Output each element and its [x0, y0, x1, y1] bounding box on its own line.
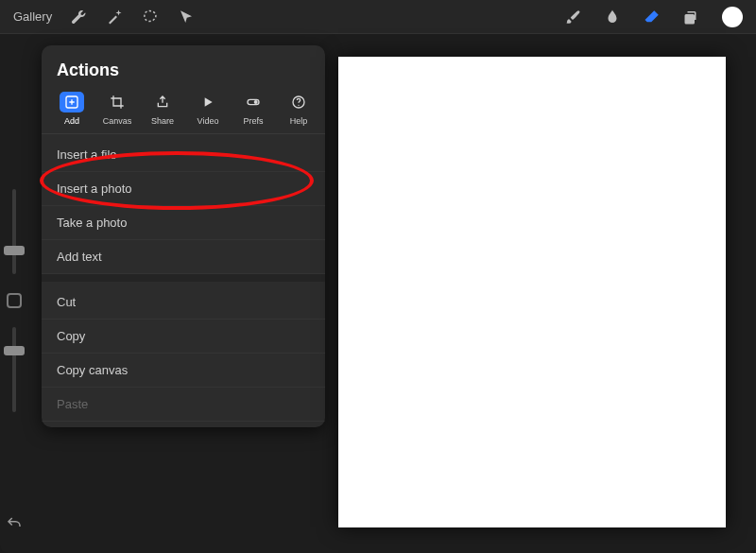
menu-cut[interactable]: Cut [42, 285, 325, 320]
menu-insert-file[interactable]: Insert a file [42, 138, 325, 172]
selection-icon[interactable] [141, 8, 160, 26]
brush-icon[interactable] [563, 8, 582, 26]
tab-add[interactable]: Add [49, 92, 94, 126]
menu-add-text[interactable]: Add text [42, 240, 325, 274]
slider-thumb[interactable] [4, 246, 25, 255]
menu-take-photo[interactable]: Take a photo [42, 206, 325, 240]
canvas[interactable] [338, 57, 726, 527]
tab-label: Prefs [243, 116, 263, 126]
actions-tabs: Add Canvas Share Video [42, 92, 325, 134]
tab-prefs[interactable]: Prefs [231, 92, 276, 126]
opacity-slider[interactable] [12, 327, 16, 412]
tab-canvas[interactable]: Canvas [94, 92, 140, 126]
menu-separator [42, 274, 325, 282]
undo-button[interactable] [6, 515, 23, 536]
menu-insert-photo[interactable]: Insert a photo [42, 172, 325, 206]
toggle-icon [241, 92, 266, 112]
eraser-icon[interactable] [643, 8, 662, 26]
smudge-icon[interactable] [603, 8, 622, 26]
toolbar-left-group: Gallery [13, 8, 196, 26]
tab-share[interactable]: Share [140, 92, 185, 126]
svg-point-4 [298, 105, 299, 106]
side-rail [0, 189, 28, 473]
menu-group-insert: Insert a file Insert a photo Take a phot… [42, 134, 325, 274]
tab-label: Share [151, 116, 174, 126]
actions-panel: Actions Add Canvas Share [42, 45, 325, 427]
crop-icon [105, 92, 129, 112]
menu-group-clipboard: Cut Copy Copy canvas Paste [42, 282, 325, 422]
plus-icon [60, 92, 84, 112]
cursor-icon[interactable] [177, 8, 196, 26]
menu-copy[interactable]: Copy [42, 320, 325, 354]
tab-label: Add [64, 116, 79, 126]
help-icon [286, 92, 311, 112]
tab-label: Help [290, 116, 308, 126]
top-toolbar: Gallery [0, 0, 756, 34]
actions-title: Actions [42, 57, 325, 92]
app-window: Gallery [0, 0, 756, 553]
tab-help[interactable]: Help [276, 92, 321, 126]
slider-thumb[interactable] [4, 346, 25, 355]
layers-icon[interactable] [682, 8, 701, 26]
svg-point-2 [254, 100, 258, 104]
tab-label: Canvas [103, 116, 132, 126]
menu-copy-canvas[interactable]: Copy canvas [42, 354, 325, 388]
menu-paste: Paste [42, 388, 325, 422]
play-icon [196, 92, 220, 112]
modifier-button[interactable] [7, 293, 22, 308]
toolbar-right-group [563, 7, 743, 27]
wand-icon[interactable] [105, 8, 124, 26]
color-swatch[interactable] [722, 7, 743, 27]
tab-video[interactable]: Video [185, 92, 231, 126]
share-icon [150, 92, 175, 112]
tab-label: Video [198, 116, 219, 126]
wrench-icon[interactable] [69, 8, 88, 26]
brush-size-slider[interactable] [12, 189, 16, 274]
gallery-link[interactable]: Gallery [13, 9, 52, 24]
